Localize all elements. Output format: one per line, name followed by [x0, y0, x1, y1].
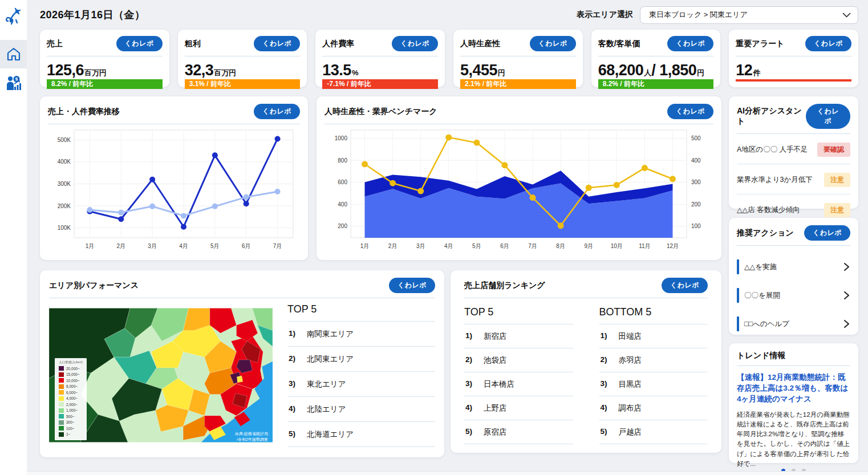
- area-top5-list: TOP 5 1) 南関東エリア 2): [287, 303, 435, 447]
- kpi-card: 粗利 くわレポ 32,3百万円 3.1% / 前年比: [178, 30, 307, 87]
- kpi-row: 売上 くわレポ 125,6百万円 8.2% / 前年比 粗利 くわレポ 32,3…: [40, 30, 858, 87]
- area-select-value: 東日本ブロック > 関東エリア: [649, 10, 748, 20]
- panel-title: トレンド情報: [737, 351, 785, 361]
- kpi-value: 13.5: [322, 62, 351, 79]
- app-logo-icon: [5, 6, 23, 26]
- detail-report-button[interactable]: くわレポ: [806, 104, 850, 129]
- app-logo[interactable]: [0, 0, 27, 32]
- svg-text:4月: 4月: [444, 243, 453, 249]
- kpi-unit: %: [352, 68, 359, 77]
- list-item: 4) 北陸エリア: [287, 397, 435, 422]
- kpi-card: 重要アラート くわレポ 12件: [729, 30, 858, 87]
- store-name: 池袋店: [484, 355, 507, 366]
- map-legend: 人口密度(人/km²) 20,000~: [55, 358, 87, 440]
- accent-bar: [737, 259, 739, 274]
- action-item[interactable]: □□へのヘルプ: [737, 316, 850, 331]
- detail-report-button[interactable]: くわレポ: [254, 36, 300, 51]
- legend-swatch: [59, 366, 64, 371]
- list-item: 3) 東北エリア: [287, 372, 435, 397]
- list-item: 3) 目黒店: [599, 372, 708, 396]
- list-header: TOP 5: [287, 303, 435, 322]
- legend-swatch: [59, 384, 64, 389]
- kpi-value: 68,200: [598, 62, 644, 79]
- svg-text:3月: 3月: [148, 243, 157, 249]
- legend-swatch: [59, 390, 64, 395]
- rank-number: 4): [465, 403, 474, 413]
- kpi-card: 人件費率 くわレポ 13.5% -7.1% / 前年比: [315, 30, 445, 87]
- svg-text:200K: 200K: [58, 203, 71, 209]
- ai-alert-item[interactable]: 業界水準より3か月低下 注意: [737, 164, 850, 194]
- svg-text:8月: 8月: [556, 243, 565, 249]
- legend-label: 4,000~: [66, 396, 78, 400]
- page-date: 2026年1月16日（金）: [40, 8, 145, 22]
- legend-swatch: [59, 432, 64, 437]
- kpi-label: 粗利: [185, 39, 201, 49]
- area-select-dropdown[interactable]: 東日本ブロック > 関東エリア: [640, 6, 858, 24]
- svg-text:9月: 9月: [584, 243, 593, 249]
- rank-number: 4): [289, 404, 298, 415]
- svg-text:400K: 400K: [58, 159, 71, 165]
- detail-report-button[interactable]: くわレポ: [662, 278, 708, 293]
- rank-number: 1): [289, 329, 298, 339]
- sidebar-item-home[interactable]: [0, 40, 27, 68]
- action-label: □□へのヘルプ: [744, 319, 842, 329]
- svg-text:6月: 6月: [242, 243, 251, 249]
- legend-swatch: [59, 396, 64, 401]
- svg-text:500K: 500K: [58, 137, 71, 143]
- sales-labor-line-chart[interactable]: 100K200K300K400K500K1月2月3月4月5月6月7月: [48, 124, 299, 253]
- store-name: 日本橋店: [484, 379, 514, 389]
- kpi-label: 客数/客単価: [598, 39, 640, 49]
- rank-number: 3): [289, 379, 298, 389]
- legend-label: 300~: [66, 420, 75, 424]
- svg-text:1月: 1月: [360, 243, 370, 249]
- area-name: 北陸エリア: [307, 404, 346, 415]
- map-legend-entry: 100~: [59, 425, 83, 432]
- rank-number: 3): [465, 379, 474, 389]
- productivity-benchmark-chart[interactable]: 20010040020060030080040010005001月2月3月4月5…: [325, 124, 712, 253]
- kpi-delta-badge: -7.1% / 前年比: [322, 79, 438, 89]
- legend-swatch: [59, 402, 64, 407]
- list-item: 2) 北関東エリア: [287, 347, 435, 372]
- legend-label: 2,000~: [66, 403, 78, 407]
- store-top5-list: TOP 5 1) 新宿店 2): [464, 306, 573, 444]
- detail-report-button[interactable]: くわレポ: [804, 225, 850, 241]
- choropleth-map[interactable]: 人口密度(人/km²) 20,000~: [49, 303, 273, 447]
- detail-report-button[interactable]: くわレポ: [805, 36, 851, 51]
- detail-report-button[interactable]: くわレポ: [389, 278, 435, 293]
- alert-label: △△店 客数減少傾向: [737, 205, 800, 215]
- list-item: 1) 南関東エリア: [287, 322, 435, 347]
- detail-report-button[interactable]: くわレポ: [116, 36, 163, 51]
- svg-text:7月: 7月: [273, 243, 282, 249]
- list-item: 5) 北海道エリア: [287, 422, 435, 447]
- detail-report-button[interactable]: くわレポ: [667, 104, 713, 119]
- accent-bar: [737, 316, 739, 331]
- news-headline-link[interactable]: 【速報】12月商業動態統計：既存店売上高は3.2％増も、客数は4ヶ月連続のマイナ…: [737, 372, 850, 405]
- action-label: △△を実施: [744, 262, 842, 272]
- store-name: 赤羽店: [619, 355, 642, 366]
- list-item: 4) 調布店: [599, 396, 708, 420]
- kpi-label: 人時生産性: [460, 39, 500, 49]
- ai-alert-item[interactable]: A地区の〇〇 人手不足 要確認: [737, 134, 850, 164]
- svg-text:300K: 300K: [58, 181, 71, 187]
- svg-text:1月: 1月: [86, 243, 95, 249]
- kpi-label: 売上: [47, 39, 63, 49]
- detail-report-button[interactable]: くわレポ: [392, 36, 438, 51]
- map-legend-entry: 20,000~: [59, 366, 83, 372]
- map-legend-entry: 2,000~: [59, 401, 83, 408]
- legend-label: 1~: [66, 432, 70, 436]
- detail-report-button[interactable]: くわレポ: [254, 104, 300, 119]
- sidebar-item-sales-analytics[interactable]: $: [0, 68, 27, 97]
- rank-number: 5): [289, 429, 298, 440]
- chevron-right-icon: [842, 291, 850, 300]
- map-legend-entry: 1~: [59, 432, 83, 438]
- detail-report-button[interactable]: くわレポ: [667, 36, 713, 51]
- detail-report-button[interactable]: くわレポ: [530, 36, 576, 51]
- action-item[interactable]: △△を実施: [737, 259, 850, 274]
- footer-bar: [0, 471, 868, 475]
- kpi-delta-badge: 3.1% / 前年比: [185, 79, 301, 89]
- svg-text:200: 200: [691, 201, 701, 208]
- kpi-delta-badge: 8.2% / 前年比: [598, 79, 714, 89]
- legend-label: 10,000~: [66, 379, 80, 383]
- svg-text:100: 100: [691, 223, 701, 229]
- action-item[interactable]: 〇〇を展開: [737, 288, 850, 303]
